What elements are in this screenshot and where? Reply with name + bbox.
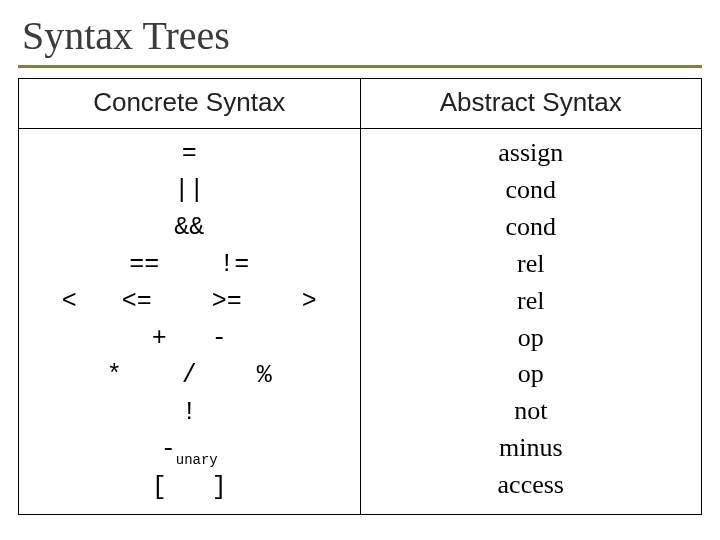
abstract-row: minus xyxy=(369,430,694,467)
concrete-row: ! xyxy=(27,394,352,431)
abstract-row: not xyxy=(369,393,694,430)
abstract-row: assign xyxy=(369,135,694,172)
concrete-row: < <= >= > xyxy=(27,283,352,320)
concrete-row: || xyxy=(27,172,352,209)
abstract-row: op xyxy=(369,320,694,357)
concrete-row-unary: -unary xyxy=(27,431,352,469)
abstract-row: rel xyxy=(369,246,694,283)
syntax-table: Concrete Syntax Abstract Syntax = || && … xyxy=(18,78,702,515)
concrete-row: + - xyxy=(27,320,352,357)
concrete-row: * / % xyxy=(27,357,352,394)
unary-minus: - xyxy=(161,435,176,464)
header-abstract: Abstract Syntax xyxy=(360,79,702,129)
abstract-row: rel xyxy=(369,283,694,320)
concrete-row: = xyxy=(27,135,352,172)
concrete-row: && xyxy=(27,209,352,246)
concrete-row-brackets: [ ] xyxy=(27,469,352,506)
slide-title: Syntax Trees xyxy=(18,8,702,68)
concrete-syntax-cell: = || && == != < <= >= > + - * / % ! -una… xyxy=(19,129,361,515)
slide: Syntax Trees Concrete Syntax Abstract Sy… xyxy=(0,0,720,540)
abstract-syntax-cell: assign cond cond rel rel op op not minus… xyxy=(360,129,702,515)
abstract-row: cond xyxy=(369,172,694,209)
abstract-row: op xyxy=(369,356,694,393)
unary-subscript: unary xyxy=(176,452,218,468)
abstract-row: access xyxy=(369,467,694,504)
concrete-row: == != xyxy=(27,246,352,283)
header-concrete: Concrete Syntax xyxy=(19,79,361,129)
abstract-row: cond xyxy=(369,209,694,246)
